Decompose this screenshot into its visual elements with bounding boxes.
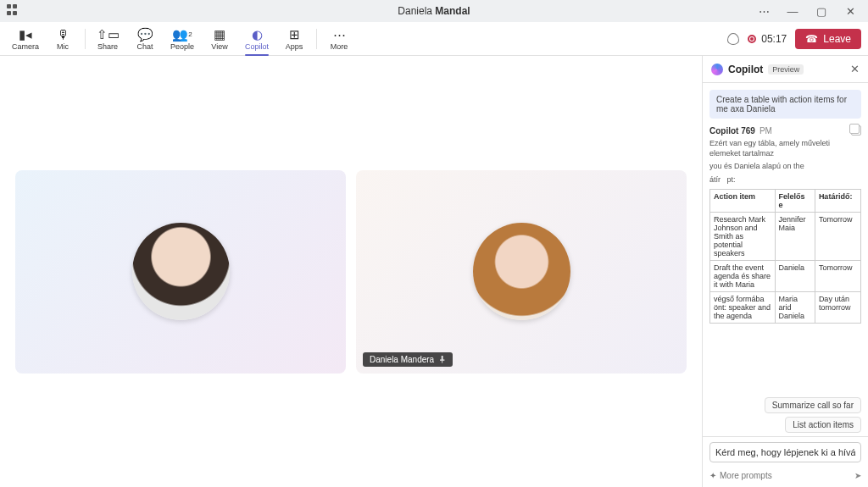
title-bar: Daniela Mandal ⋯ — ▢ ✕: [0, 0, 868, 22]
copilot-title: Copilot: [728, 64, 763, 75]
copy-icon[interactable]: [851, 125, 861, 136]
chip-list-actions[interactable]: List action items: [785, 417, 861, 433]
share-button[interactable]: ⇧▭ Share: [89, 22, 126, 56]
view-icon: ▦: [214, 27, 225, 42]
hangup-icon: ☎: [805, 33, 818, 45]
copilot-text: you és Daniela alapú on the: [709, 162, 861, 172]
more-button[interactable]: ⋯ More: [320, 22, 358, 56]
suggestion-chips: Summarize call so far List action items: [703, 394, 868, 436]
col-action: Action item: [710, 189, 776, 212]
mic-muted-icon: [438, 356, 446, 363]
people-button[interactable]: 👥2 People: [164, 22, 201, 56]
view-button[interactable]: ▦ View: [201, 22, 238, 56]
table-row: Research Mark Johnson and Smith as poten…: [710, 212, 861, 260]
call-toolbar: ▮◂ Camera 🎙 Mic ⇧▭ Share 💬 Chat 👥2 Peopl…: [0, 22, 868, 56]
copilot-icon: ◐: [252, 27, 263, 42]
call-timer: 05:17: [748, 33, 787, 45]
copilot-input-footer: ✦ More prompts ➤: [703, 468, 868, 487]
copilot-chat: Create a table with action items for me …: [703, 83, 868, 394]
apps-button[interactable]: ⊞ Apps: [275, 22, 313, 56]
copilot-header: Copilot Preview ✕: [703, 56, 868, 83]
avatar: [473, 223, 570, 320]
mic-button[interactable]: 🎙 Mic: [44, 22, 81, 56]
copilot-text: átír pt:: [709, 175, 861, 185]
mic-icon: 🎙: [57, 27, 70, 42]
table-row: Draft the event agenda és share it with …: [710, 260, 861, 291]
window-title: Daniela Mandal: [398, 5, 470, 17]
table-row: végső formába önt: speaker and the agend…: [710, 291, 861, 323]
more-prompts-link[interactable]: More prompts: [720, 471, 772, 480]
separator: [316, 29, 317, 49]
action-items-table: Action item Felelős e Határidő: Research…: [709, 189, 861, 324]
avatar: [132, 223, 230, 320]
copilot-button[interactable]: ◐ Copilot: [238, 22, 275, 56]
video-tile-participant[interactable]: Daniela Mandera: [356, 170, 687, 374]
chat-icon: 💬: [137, 27, 153, 42]
copilot-input[interactable]: [709, 442, 861, 462]
sparkle-icon: ✦: [709, 471, 716, 480]
apps-icon: ⊞: [289, 27, 300, 42]
message-meta: Copilot 769 PM: [709, 125, 861, 136]
col-due: Határidő:: [815, 189, 860, 212]
camera-icon: ▮◂: [19, 27, 32, 42]
people-icon: 👥2: [172, 27, 192, 42]
close-panel-button[interactable]: ✕: [850, 63, 860, 75]
participant-name-badge: Daniela Mandera: [363, 352, 453, 367]
privacy-shield-icon[interactable]: [727, 33, 739, 45]
copilot-logo-icon: [711, 64, 723, 75]
copilot-input-row: [703, 436, 868, 468]
chat-button[interactable]: 💬 Chat: [126, 22, 164, 56]
leave-button[interactable]: ☎ Leave: [795, 29, 861, 49]
close-window-button[interactable]: ✕: [836, 0, 865, 22]
camera-button[interactable]: ▮◂ Camera: [7, 22, 44, 56]
more-window-button[interactable]: ⋯: [749, 0, 778, 22]
share-icon: ⇧▭: [97, 27, 120, 42]
chip-summarize[interactable]: Summarize call so far: [765, 397, 861, 413]
copilot-text: Ezért van egy tábla, amely műveleti elem…: [709, 139, 861, 158]
send-button[interactable]: ➤: [854, 471, 861, 480]
app-icon: [7, 4, 19, 16]
copilot-panel: Copilot Preview ✕ Create a table with ac…: [702, 56, 868, 487]
col-owner: Felelős e: [775, 189, 815, 212]
more-icon: ⋯: [333, 27, 346, 42]
minimize-button[interactable]: —: [778, 0, 807, 22]
video-stage: Daniela Mandera: [0, 56, 702, 487]
separator: [85, 29, 86, 49]
maximize-button[interactable]: ▢: [807, 0, 836, 22]
preview-badge: Preview: [768, 64, 804, 75]
main-area: Daniela Mandera Copilot Preview ✕ Create…: [0, 56, 868, 487]
video-tile-self[interactable]: [15, 170, 346, 374]
user-message: Create a table with action items for me …: [709, 90, 861, 119]
recording-icon: [748, 35, 756, 43]
